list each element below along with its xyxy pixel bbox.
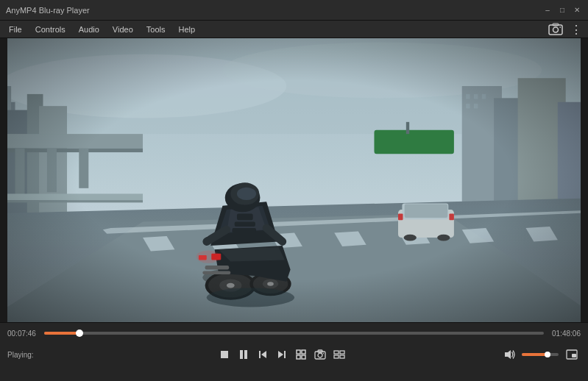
svg-rect-0 (549, 25, 562, 35)
menu-video[interactable]: Video (107, 24, 139, 35)
progress-track[interactable] (44, 332, 544, 335)
svg-marker-87 (278, 351, 283, 358)
pause-button[interactable] (235, 346, 252, 363)
svg-rect-81 (7, 38, 581, 322)
chapters-button[interactable] (292, 346, 310, 363)
stop-button[interactable] (216, 346, 233, 363)
progress-fill (44, 332, 79, 335)
app-title: AnyMP4 Blu-ray Player (6, 6, 542, 15)
pip-button[interactable] (563, 346, 581, 363)
menu-audio[interactable]: Audio (73, 24, 105, 35)
menu-help[interactable]: Help (172, 24, 201, 35)
volume-fill (522, 353, 548, 356)
status-text: Playing: (7, 351, 59, 359)
svg-rect-90 (302, 350, 305, 354)
menu-bar: File Controls Audio Video Tools Help (0, 21, 588, 38)
svg-rect-103 (572, 354, 576, 357)
playlist-button[interactable] (330, 346, 348, 363)
controls-area: 00:07:46 01:48:06 Playing: (0, 322, 588, 381)
menu-tools[interactable]: Tools (141, 24, 171, 35)
svg-point-94 (318, 353, 322, 357)
snapshot-toolbar-icon[interactable] (547, 22, 564, 37)
video-frame (7, 38, 581, 322)
svg-rect-100 (340, 355, 344, 358)
prev-frame-button[interactable] (254, 346, 272, 363)
svg-rect-89 (297, 350, 300, 354)
svg-rect-92 (302, 355, 305, 359)
svg-rect-91 (297, 355, 300, 359)
time-current: 00:07:46 (7, 330, 38, 338)
time-total: 01:48:06 (550, 330, 581, 338)
toolbar-right: ⋮ (547, 21, 585, 38)
title-bar: AnyMP4 Blu-ray Player – □ ✕ (0, 0, 588, 21)
svg-marker-101 (505, 350, 511, 359)
svg-rect-99 (334, 355, 339, 358)
volume-thumb (545, 352, 550, 357)
window-controls: – □ ✕ (542, 5, 582, 15)
menu-file[interactable]: File (3, 24, 28, 35)
volume-icon[interactable] (501, 346, 519, 363)
svg-rect-98 (340, 351, 344, 354)
svg-rect-84 (244, 350, 247, 359)
svg-rect-82 (221, 351, 228, 358)
svg-rect-86 (259, 351, 261, 358)
svg-rect-97 (334, 351, 339, 354)
svg-rect-83 (240, 350, 243, 359)
progress-thumb (76, 330, 83, 337)
svg-rect-88 (284, 351, 286, 358)
minimize-button[interactable]: – (542, 5, 553, 15)
more-menu-icon[interactable]: ⋮ (567, 22, 585, 37)
buttons-row: Playing: (0, 343, 588, 366)
snapshot-button[interactable] (311, 346, 329, 363)
next-frame-button[interactable] (273, 346, 291, 363)
video-area[interactable] (7, 38, 581, 322)
maximize-button[interactable]: □ (557, 5, 567, 15)
close-button[interactable]: ✕ (572, 5, 582, 15)
progress-row: 00:07:46 01:48:06 (0, 323, 588, 343)
volume-track[interactable] (522, 353, 559, 356)
svg-marker-85 (261, 351, 266, 358)
svg-point-1 (553, 27, 559, 32)
menu-controls[interactable]: Controls (29, 24, 71, 35)
volume-area (501, 346, 559, 363)
